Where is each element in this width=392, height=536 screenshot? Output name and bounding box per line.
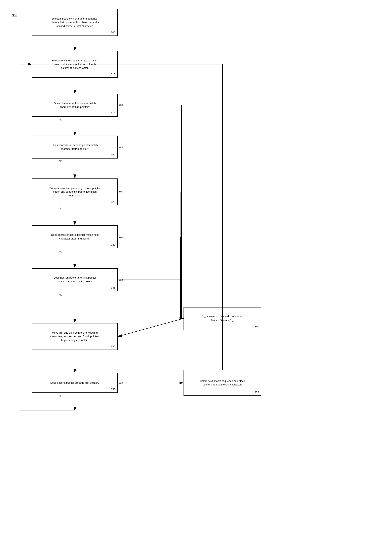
box-355: Select next known sequence and placepoin… xyxy=(183,370,261,396)
box-310: Select identified characters, place a th… xyxy=(32,51,118,78)
label-330-yes: Yes xyxy=(119,236,123,239)
box-320: Does character at second pointer matchch… xyxy=(32,136,118,158)
box-325-step: 325 xyxy=(111,200,115,204)
box-340-text: Cval = value of matched character(s)Scor… xyxy=(201,314,243,323)
box-350: Does second pointer precede first pointe… xyxy=(32,373,118,393)
box-310-text: Select identified characters, place a th… xyxy=(51,59,98,70)
box-340-step: 340 xyxy=(255,325,259,328)
label-335-yes: Yes xyxy=(119,278,123,281)
box-305-text: Select a first known character sequence,… xyxy=(51,17,99,28)
box-305-step: 305 xyxy=(111,31,115,34)
svg-line-23 xyxy=(118,319,183,336)
label-325-yes: Yes xyxy=(119,190,123,193)
box-335-step: 335 xyxy=(111,286,115,290)
box-355-step: 355 xyxy=(255,391,259,394)
box-330-step: 330 xyxy=(111,243,115,247)
box-325: Do two characters preceding second point… xyxy=(32,178,118,205)
flowchart: 300 Select a first known character seque… xyxy=(0,0,392,536)
box-345: Move first and third pointers to followi… xyxy=(32,323,118,350)
label-320-no: No xyxy=(59,160,62,162)
box-330-text: Does character at first pointer match ne… xyxy=(51,233,98,240)
box-320-step: 320 xyxy=(111,153,115,157)
box-355-text: Select next known sequence and placepoin… xyxy=(200,379,245,386)
label-325-no: No xyxy=(59,207,62,210)
box-345-step: 345 xyxy=(111,345,115,348)
box-315-step: 315 xyxy=(111,111,115,115)
box-345-text: Move first and third pointers to followi… xyxy=(50,331,99,342)
box-330: Does character at first pointer match ne… xyxy=(32,225,118,248)
label-320-yes: Yes xyxy=(119,146,123,148)
label-350-no: No xyxy=(59,395,62,398)
label-330-no: No xyxy=(59,250,62,253)
box-335: Does next character after first pointerm… xyxy=(32,268,118,291)
box-315: Does character at first pointer matchcha… xyxy=(32,94,118,117)
label-350-yes: Yes xyxy=(119,381,123,384)
box-340: Cval = value of matched character(s)Scor… xyxy=(183,307,261,330)
box-335-text: Does next character after first pointerm… xyxy=(53,276,96,283)
label-315-yes: Yes xyxy=(119,103,123,106)
box-325-text: Do two characters preceding second point… xyxy=(49,186,100,197)
box-305: Select a first known character sequence,… xyxy=(32,9,118,36)
label-300: 300 xyxy=(12,14,17,17)
label-315-no: No xyxy=(59,118,62,121)
box-310-step: 310 xyxy=(111,73,115,76)
label-335-no: No xyxy=(59,293,62,296)
box-320-text: Does character at second pointer matchch… xyxy=(52,143,98,151)
flowchart-arrows xyxy=(0,0,392,536)
box-350-text: Does second pointer precede first pointe… xyxy=(51,381,99,385)
box-350-step: 350 xyxy=(111,388,115,391)
box-315-text: Does character at first pointer matchcha… xyxy=(54,102,96,109)
